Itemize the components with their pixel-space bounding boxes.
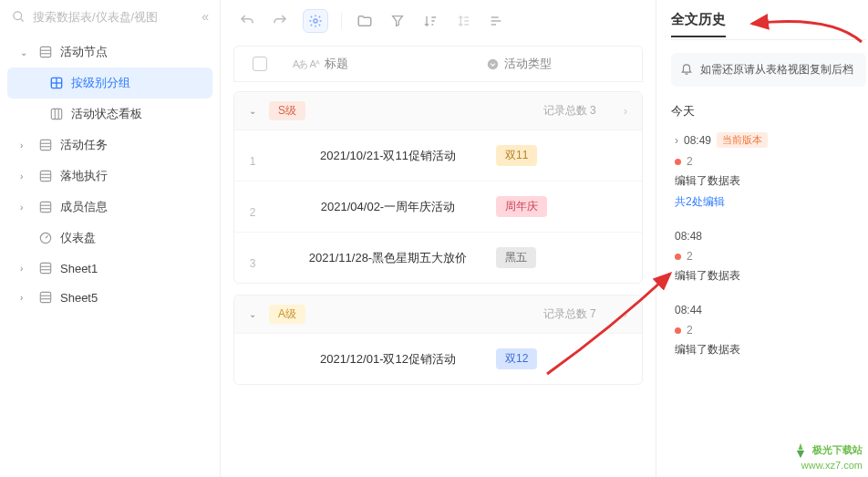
svg-rect-24: [40, 292, 50, 302]
activity-type-tag: 双11: [496, 145, 537, 166]
svg-point-31: [488, 58, 498, 68]
table-groups: ⌄S级记录总数 3›12021/10/21-双11促销活动双1122021/04…: [221, 91, 656, 396]
table-header: Aあ Aᴬ 标题 活动类型: [233, 46, 643, 82]
history-notice-text: 如需还原请从表格视图复制后档: [700, 62, 853, 78]
table-row[interactable]: 2021/12/01-双12促销活动双12: [234, 333, 642, 384]
select-field-icon: [487, 58, 499, 70]
caret-down-icon: ⌄: [249, 106, 260, 116]
sidebar-item-label: Sheet5: [60, 291, 98, 305]
history-count: 2: [687, 324, 693, 337]
table-group: ⌄S级记录总数 3›12021/10/21-双11促销活动双1122021/04…: [233, 91, 643, 284]
chevron-right-icon: ›: [624, 104, 627, 118]
svg-rect-14: [40, 171, 50, 181]
svg-rect-2: [40, 47, 50, 57]
history-today-label: 今天: [671, 103, 866, 119]
sidebar-item-activity-node[interactable]: ⌄ 活动节点: [0, 36, 220, 67]
status-dot-icon: [675, 254, 681, 260]
group-header[interactable]: ⌄S级记录总数 3›: [234, 92, 642, 130]
history-notice: 如需还原请从表格视图复制后档: [671, 53, 866, 87]
watermark-url: www.xz7.com: [801, 460, 863, 471]
row-title: 2021/04/02-一周年庆活动: [280, 199, 496, 215]
history-item[interactable]: 08:442编辑了数据表: [671, 304, 866, 358]
history-desc: 编辑了数据表: [675, 342, 866, 358]
row-tag-cell: 周年庆: [496, 196, 633, 217]
filter-button[interactable]: [388, 11, 408, 31]
sidebar-tree: ⌄ 活动节点 按级别分组 活动状态看板 › 活动任务 › 落地执行: [0, 33, 220, 312]
row-title: 2021/10/21-双11促销活动: [280, 148, 496, 164]
row-title: 2021/11/28-黑色星期五大放价: [280, 250, 496, 266]
status-dot-icon: [675, 327, 681, 334]
sidebar-item-execution[interactable]: › 落地执行: [0, 161, 220, 192]
column-type[interactable]: 活动类型: [487, 56, 624, 72]
table-icon: [38, 45, 53, 59]
history-time: 08:44: [675, 304, 702, 316]
row-number: 3: [234, 233, 271, 283]
history-time: 08:49: [684, 134, 711, 147]
caret-right-icon: ›: [20, 140, 31, 150]
group-count: 记录总数 3: [543, 103, 596, 119]
text-field-icon: Aあ Aᴬ: [293, 57, 319, 71]
activity-type-tag: 周年庆: [496, 196, 547, 217]
sidebar-item-members[interactable]: › 成员信息: [0, 192, 220, 223]
sidebar-item-label: Sheet1: [60, 262, 98, 275]
history-item[interactable]: ›08:49当前版本2编辑了数据表共2处编辑: [671, 132, 866, 210]
sidebar-item-status-board[interactable]: 活动状态看板: [0, 99, 220, 130]
svg-rect-17: [40, 202, 50, 212]
sidebar-item-group-by-level[interactable]: 按级别分组: [7, 67, 212, 99]
folder-button[interactable]: [355, 11, 375, 31]
collapse-sidebar-icon[interactable]: «: [202, 9, 209, 24]
redo-button[interactable]: [270, 11, 290, 31]
toolbar: [221, 0, 656, 42]
svg-point-27: [314, 19, 317, 23]
history-item[interactable]: 08:482编辑了数据表: [671, 230, 866, 284]
svg-line-1: [20, 18, 23, 21]
table-icon: [38, 261, 53, 275]
sidebar-item-sheet5[interactable]: › Sheet5: [0, 283, 220, 312]
caret-right-icon: ›: [20, 171, 31, 181]
toolbar-separator: [341, 13, 342, 29]
more-options-button[interactable]: [486, 11, 506, 31]
history-link[interactable]: 共2处编辑: [675, 194, 866, 210]
table-row[interactable]: 12021/10/21-双11促销活动双11: [234, 130, 642, 181]
table-icon: [38, 200, 53, 214]
table-row[interactable]: 32021/11/28-黑色星期五大放价黑五: [234, 232, 642, 283]
search-row: «: [0, 0, 220, 33]
status-dot-icon: [675, 159, 681, 165]
group-count: 记录总数 7: [543, 306, 596, 322]
caret-down-icon: ⌄: [20, 47, 31, 57]
sidebar-item-dashboard[interactable]: 仪表盘: [0, 223, 220, 254]
watermark-text: 极光下载站: [812, 444, 863, 455]
history-count: 2: [687, 250, 693, 263]
row-tag-cell: 双12: [496, 348, 633, 369]
row-title: 2021/12/01-双12促销活动: [280, 351, 496, 368]
sidebar-item-label: 按级别分组: [71, 75, 130, 91]
settings-button[interactable]: [303, 9, 328, 33]
search-input[interactable]: [33, 10, 194, 24]
column-title-label: 标题: [325, 56, 348, 72]
history-panel: 全文历史 如需还原请从表格视图复制后档 今天 ›08:49当前版本2编辑了数据表…: [656, 0, 868, 477]
history-desc: 编辑了数据表: [675, 173, 866, 189]
row-number: 1: [234, 130, 271, 181]
table-icon: [38, 169, 53, 183]
sidebar-item-tasks[interactable]: › 活动任务: [0, 130, 220, 161]
history-list: ›08:49当前版本2编辑了数据表共2处编辑08:482编辑了数据表08:442…: [671, 132, 866, 358]
group-header[interactable]: ⌄A级记录总数 7›: [234, 296, 642, 333]
column-title[interactable]: Aあ Aᴬ 标题: [293, 56, 487, 72]
row-tag-cell: 黑五: [496, 247, 633, 268]
svg-point-0: [13, 11, 21, 19]
sidebar-item-label: 成员信息: [60, 199, 108, 215]
history-title: 全文历史: [671, 11, 726, 37]
table-row[interactable]: 22021/04/02-一周年庆活动周年庆: [234, 181, 642, 232]
gauge-icon: [38, 231, 53, 245]
sidebar-item-label: 活动任务: [60, 137, 108, 153]
row-number: 2: [234, 181, 271, 232]
kanban-icon: [49, 107, 64, 121]
chevron-right-icon: ›: [624, 307, 627, 321]
sidebar-item-sheet1[interactable]: › Sheet1: [0, 254, 220, 283]
activity-type-tag: 黑五: [496, 247, 536, 268]
sort-button[interactable]: [420, 11, 440, 31]
history-count: 2: [687, 155, 693, 168]
select-all-checkbox[interactable]: [253, 57, 267, 71]
undo-button[interactable]: [237, 11, 257, 31]
row-height-button[interactable]: [453, 11, 473, 31]
